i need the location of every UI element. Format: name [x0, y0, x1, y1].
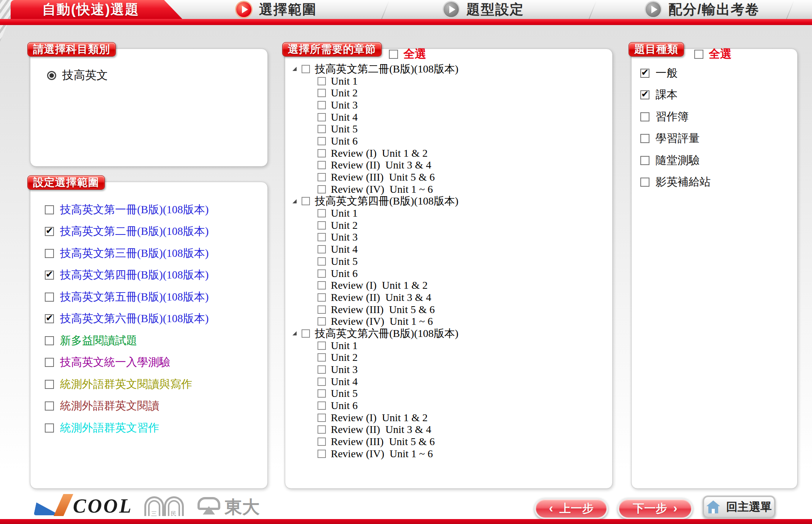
tree-chapter-row[interactable]: Unit 4 [292, 111, 458, 123]
tree-chapter-checkbox[interactable] [318, 365, 326, 374]
back-button[interactable]: ‹ 上一步 [534, 498, 608, 519]
type-item-checkbox[interactable] [640, 178, 649, 187]
tree-chapter-row[interactable]: Unit 2 [292, 219, 458, 231]
tree-chapter-checkbox[interactable] [318, 161, 326, 169]
range-item-row[interactable]: 技高英文統一入學測驗 [45, 352, 209, 374]
tree-chapter-row[interactable]: Unit 5 [292, 255, 458, 268]
type-item-checkbox[interactable] [640, 134, 649, 143]
range-item-row[interactable]: 技高英文第三冊(B版)(108版本) [45, 242, 209, 264]
tree-chapter-row[interactable]: Unit 2 [292, 87, 458, 99]
tree-chapter-row[interactable]: Review (I) Unit 1 & 2 [292, 412, 458, 424]
type-item-row[interactable]: 習作簿 [640, 106, 711, 128]
tree-chapter-checkbox[interactable] [318, 77, 326, 85]
tree-chapter-checkbox[interactable] [318, 113, 326, 121]
tree-book-checkbox[interactable] [302, 329, 310, 338]
tree-chapter-checkbox[interactable] [318, 137, 326, 145]
range-item-checkbox[interactable] [45, 227, 54, 236]
tree-chapter-row[interactable]: Unit 6 [292, 400, 458, 412]
tree-chapter-row[interactable]: Review (IV) Unit 1 ~ 6 [292, 183, 458, 195]
range-item-checkbox[interactable] [45, 249, 54, 258]
tree-chapter-row[interactable]: Unit 3 [292, 363, 458, 376]
tree-chapter-checkbox[interactable] [318, 233, 326, 241]
tree-chapter-checkbox[interactable] [318, 209, 326, 217]
tree-chapter-checkbox[interactable] [318, 221, 326, 230]
tree-chapter-checkbox[interactable] [318, 353, 326, 362]
tree-chapter-row[interactable]: Unit 6 [292, 268, 458, 280]
tree-chapter-row[interactable]: Unit 6 [292, 135, 458, 147]
range-item-checkbox[interactable] [45, 423, 54, 433]
tree-chapter-checkbox[interactable] [318, 341, 326, 350]
type-select-all-checkbox[interactable] [694, 50, 703, 59]
type-item-checkbox[interactable] [640, 112, 649, 121]
tree-chapter-row[interactable]: Review (II) Unit 3 & 4 [292, 159, 458, 172]
tree-chapter-checkbox[interactable] [318, 305, 326, 314]
tree-book-row[interactable]: 技高英文第四冊(B版)(108版本) [292, 195, 458, 208]
type-item-checkbox[interactable] [640, 156, 649, 165]
type-item-row[interactable]: 一般 [640, 62, 711, 84]
tree-chapter-row[interactable]: Review (IV) Unit 1 ~ 6 [292, 315, 458, 327]
tree-chapter-checkbox[interactable] [318, 389, 326, 398]
tree-chapter-row[interactable]: Unit 5 [292, 388, 458, 400]
tree-chapter-row[interactable]: Review (III) Unit 5 & 6 [292, 171, 458, 183]
tab-score-output[interactable]: 配分/輸出考卷 [646, 0, 760, 19]
type-item-checkbox[interactable] [640, 69, 649, 78]
range-item-row[interactable]: 統測外語群英文閱讀 [45, 395, 209, 417]
tree-chapter-checkbox[interactable] [318, 317, 326, 326]
tab-select-range[interactable]: 選擇範圍 [236, 0, 317, 19]
range-item-checkbox[interactable] [45, 205, 54, 214]
chapter-select-all[interactable]: 全選 [389, 46, 426, 62]
home-button[interactable]: 回主選單 [703, 496, 776, 518]
range-item-checkbox[interactable] [45, 336, 54, 345]
tree-chapter-row[interactable]: Unit 3 [292, 99, 458, 111]
tree-book-row[interactable]: 技高英文第二冊(B版)(108版本) [292, 63, 458, 75]
tree-expand-icon[interactable] [292, 331, 297, 335]
range-item-row[interactable]: 技高英文第四冊(B版)(108版本) [45, 264, 209, 286]
range-item-row[interactable]: 技高英文第一冊(B版)(108版本) [45, 199, 209, 221]
tree-chapter-checkbox[interactable] [318, 414, 326, 422]
type-item-row[interactable]: 影英補給站 [640, 172, 711, 194]
range-item-row[interactable]: 技高英文第六冊(B版)(108版本) [45, 308, 209, 330]
tree-chapter-row[interactable]: Unit 4 [292, 243, 458, 255]
type-select-all[interactable]: 全選 [694, 46, 731, 62]
tree-chapter-checkbox[interactable] [318, 378, 326, 386]
tree-chapter-checkbox[interactable] [318, 269, 326, 278]
tree-chapter-row[interactable]: Unit 1 [292, 207, 458, 219]
tree-book-row[interactable]: 技高英文第六冊(B版)(108版本) [292, 327, 458, 340]
range-item-checkbox[interactable] [45, 358, 54, 367]
tree-chapter-checkbox[interactable] [318, 101, 326, 109]
tree-chapter-checkbox[interactable] [318, 401, 326, 410]
tree-chapter-checkbox[interactable] [318, 149, 326, 157]
tree-chapter-checkbox[interactable] [318, 437, 326, 446]
tree-chapter-checkbox[interactable] [318, 281, 326, 290]
tree-chapter-checkbox[interactable] [318, 125, 326, 133]
tree-book-checkbox[interactable] [302, 197, 310, 205]
tree-chapter-row[interactable]: Unit 5 [292, 123, 458, 135]
tree-chapter-row[interactable]: Unit 1 [292, 75, 458, 87]
tree-chapter-checkbox[interactable] [318, 450, 326, 458]
range-item-row[interactable]: 統測外語群英文閱讀與寫作 [45, 373, 209, 395]
tree-chapter-checkbox[interactable] [318, 257, 326, 266]
tree-chapter-row[interactable]: Review (IV) Unit 1 ~ 6 [292, 448, 458, 460]
tree-book-checkbox[interactable] [302, 65, 310, 73]
range-item-checkbox[interactable] [45, 293, 54, 302]
range-item-checkbox[interactable] [45, 271, 54, 280]
tree-chapter-row[interactable]: Review (II) Unit 3 & 4 [292, 291, 458, 304]
type-item-row[interactable]: 學習評量 [640, 128, 711, 150]
chapter-select-all-checkbox[interactable] [389, 50, 398, 59]
tree-chapter-row[interactable]: Review (III) Unit 5 & 6 [292, 436, 458, 448]
range-item-row[interactable]: 新多益閱讀試題 [45, 330, 209, 352]
tree-chapter-row[interactable]: Review (I) Unit 1 & 2 [292, 279, 458, 291]
tree-chapter-checkbox[interactable] [318, 293, 326, 302]
tab-auto-quick-select[interactable]: 自動(快速)選題 [11, 0, 182, 19]
tab-question-type-settings[interactable]: 題型設定 [444, 0, 524, 19]
tree-chapter-row[interactable]: Unit 4 [292, 376, 458, 388]
type-item-row[interactable]: 課本 [640, 84, 711, 106]
tree-chapter-row[interactable]: Review (II) Unit 3 & 4 [292, 424, 458, 436]
range-item-row[interactable]: 技高英文第二冊(B版)(108版本) [45, 221, 209, 243]
tree-chapter-row[interactable]: Unit 3 [292, 231, 458, 244]
type-item-row[interactable]: 隨堂測驗 [640, 149, 711, 172]
range-item-checkbox[interactable] [45, 401, 54, 411]
tree-expand-icon[interactable] [292, 199, 297, 203]
tree-chapter-checkbox[interactable] [318, 185, 326, 194]
subject-radio[interactable] [47, 71, 56, 80]
